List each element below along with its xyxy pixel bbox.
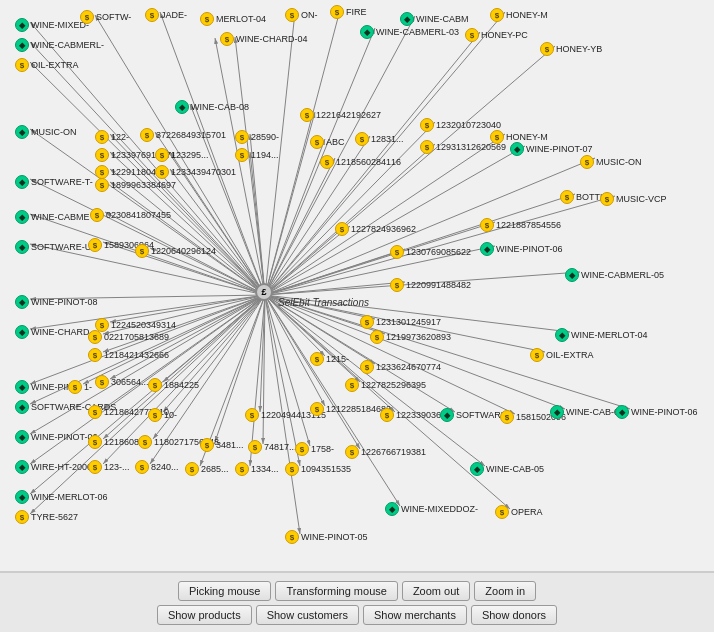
graph-node-n51[interactable]: $1231301245917 <box>360 315 441 329</box>
graph-node-n12[interactable]: $HONEY-PC <box>465 28 528 42</box>
graph-node-n35[interactable]: $1899963384697 <box>95 178 176 192</box>
graph-node-n30[interactable]: $1218560284116 <box>320 155 401 169</box>
graph-node-n15[interactable]: ◆WINE-CAB-08 <box>175 100 249 114</box>
show-donors-button[interactable]: Show donors <box>471 605 557 625</box>
graph-node-n54[interactable]: $1219973620893 <box>370 330 451 344</box>
graph-node-n41[interactable]: $1221887854556 <box>480 218 561 232</box>
graph-node-n82[interactable]: ◆WIRE-HT-2000 <box>15 460 92 474</box>
graph-node-n69[interactable]: $1212285184682 <box>310 402 391 416</box>
graph-node-n74[interactable]: ◆WINE-PINOT-06 <box>615 405 698 419</box>
graph-node-n17[interactable]: $1232010723040 <box>420 118 501 132</box>
graph-node-n45[interactable]: $1230769085622 <box>390 245 471 259</box>
graph-node-n92[interactable]: $OPERA <box>495 505 543 519</box>
node-icon-n13: $ <box>15 58 29 72</box>
transforming-mouse-button[interactable]: Transforming mouse <box>275 581 397 601</box>
graph-node-n79[interactable]: $74817... <box>248 440 297 454</box>
graph-node-n56[interactable]: $1218421432666 <box>88 348 169 362</box>
graph-node-n61[interactable]: $1- <box>68 380 92 394</box>
graph-node-n21[interactable]: $37226849315701 <box>140 128 226 142</box>
graph-node-n13[interactable]: $OIL-EXTRA <box>15 58 79 72</box>
graph-node-n89[interactable]: ◆WINE-MERLOT-06 <box>15 490 108 504</box>
graph-node-n64[interactable]: $1227825296395 <box>345 378 426 392</box>
graph-node-n42[interactable]: ◆SOFTWARE-U- <box>15 240 94 254</box>
graph-node-n91[interactable]: ◆WINE-MIXEDDOZ- <box>385 502 478 516</box>
graph-node-n75[interactable]: ◆WINE-PINOT-06 <box>15 430 98 444</box>
graph-node-n8[interactable]: $HONEY-M <box>490 8 548 22</box>
graph-node-n7[interactable]: ◆WINE-CABM <box>400 12 469 26</box>
graph-node-n32[interactable]: $1233439470301 <box>155 165 236 179</box>
node-label-n59: OIL-EXTRA <box>546 350 594 360</box>
graph-node-n63[interactable]: $1884225 <box>148 378 199 392</box>
graph-node-n20[interactable]: $122- <box>95 130 129 144</box>
graph-node-n87[interactable]: $1094351535 <box>285 462 351 476</box>
graph-node-n6[interactable]: $FIRE <box>330 5 367 19</box>
graph-node-n11[interactable]: ◆WINE-CABMERL-03 <box>360 25 459 39</box>
node-icon-n88: ◆ <box>470 462 484 476</box>
graph-node-n25[interactable]: $12931312620569 <box>420 140 506 154</box>
graph-node-n57[interactable]: $1215- <box>310 352 349 366</box>
graph-node-n81[interactable]: $1226766719381 <box>345 445 426 459</box>
node-icon-n30: $ <box>320 155 334 169</box>
node-label-n8: HONEY-M <box>506 10 548 20</box>
graph-node-n40[interactable]: $1227824936962 <box>335 222 416 236</box>
graph-node-n34[interactable]: ◆SOFTWARE-T- <box>15 175 93 189</box>
node-icon-n73: ◆ <box>550 405 564 419</box>
show-products-button[interactable]: Show products <box>157 605 252 625</box>
graph-node-n33[interactable]: $MUSIC-ON <box>580 155 642 169</box>
graph-node-n37[interactable]: $MUSIC-VCP <box>600 192 667 206</box>
graph-node-n23[interactable]: $ABC <box>310 135 345 149</box>
graph-node-n93[interactable]: $WINE-PINOT-05 <box>285 530 368 544</box>
graph-node-n9[interactable]: ◆WINE-CABMERL- <box>15 38 104 52</box>
graph-node-n62[interactable]: $306564... <box>95 375 149 389</box>
zoom-in-button[interactable]: Zoom in <box>474 581 536 601</box>
graph-node-n84[interactable]: $8240... <box>135 460 179 474</box>
node-label-n28: 123295... <box>171 150 209 160</box>
graph-node-n73[interactable]: ◆WINE-CAB-08 <box>550 405 624 419</box>
node-icon-n49: ◆ <box>15 295 29 309</box>
graph-node-n86[interactable]: $1334... <box>235 462 279 476</box>
show-merchants-button[interactable]: Show merchants <box>363 605 467 625</box>
graph-node-n70[interactable]: $1223390365 <box>380 408 446 422</box>
graph-node-n88[interactable]: ◆WINE-CAB-05 <box>470 462 544 476</box>
graph-node-n55[interactable]: ◆WINE-MERLOT-04 <box>555 328 648 342</box>
graph-node-n14[interactable]: $HONEY-YB <box>540 42 602 56</box>
picking-mouse-button[interactable]: Picking mouse <box>178 581 272 601</box>
graph-node-n31[interactable]: $122911804 <box>95 165 156 179</box>
show-customers-button[interactable]: Show customers <box>256 605 359 625</box>
graph-node-n26[interactable]: ◆WINE-PINOT-07 <box>510 142 593 156</box>
graph-node-n67[interactable]: $10- <box>148 408 177 422</box>
graph-node-n80[interactable]: $1758- <box>295 442 334 456</box>
graph-node-n3[interactable]: $JADE- <box>145 8 187 22</box>
graph-node-n10[interactable]: $WINE-CHARD-04 <box>220 32 308 46</box>
node-icon-n7: ◆ <box>400 12 414 26</box>
graph-node-n5[interactable]: $ON- <box>285 8 318 22</box>
graph-node-n48[interactable]: ◆WINE-CABMERL-05 <box>565 268 664 282</box>
graph-node-n4[interactable]: $MERLOT-04 <box>200 12 266 26</box>
graph-node-n44[interactable]: $1220640296124 <box>135 244 216 258</box>
graph-node-n46[interactable]: ◆WINE-PINOT-06 <box>480 242 563 256</box>
node-label-n51: 1231301245917 <box>376 317 441 327</box>
graph-node-n53[interactable]: $0221705813689 <box>88 330 169 344</box>
graph-node-n52[interactable]: ◆WINE-CHARD- <box>15 325 93 339</box>
graph-node-n85[interactable]: $2685... <box>185 462 229 476</box>
graph-node-n2[interactable]: $SOFTW- <box>80 10 131 24</box>
graph-node-n83[interactable]: $123-... <box>88 460 130 474</box>
graph-node-n78[interactable]: $3481... <box>200 438 244 452</box>
graph-node-n39[interactable]: $0230841807455 <box>90 208 171 222</box>
node-icon-n8: $ <box>490 8 504 22</box>
graph-node-n59[interactable]: $OIL-EXTRA <box>530 348 594 362</box>
graph-node-n47[interactable]: $1220991488482 <box>390 278 471 292</box>
graph-node-n49[interactable]: ◆WINE-PINOT-08 <box>15 295 98 309</box>
graph-node-n38[interactable]: ◆WINE-CABME <box>15 210 90 224</box>
graph-node-n58[interactable]: $1233624670774 <box>360 360 441 374</box>
graph-node-n16[interactable]: $1221642192627 <box>300 108 381 122</box>
graph-node-n22[interactable]: $28590- <box>235 130 279 144</box>
graph-node-n29[interactable]: $1194... <box>235 148 279 162</box>
graph-node-n28[interactable]: $123295... <box>155 148 209 162</box>
graph-node-n24[interactable]: $12831... <box>355 132 404 146</box>
graph-node-n1[interactable]: ◆WINE-MIXED- <box>15 18 89 32</box>
graph-node-n90[interactable]: $TYRE-5627 <box>15 510 78 524</box>
zoom-out-button[interactable]: Zoom out <box>402 581 470 601</box>
node-icon-n52: ◆ <box>15 325 29 339</box>
graph-node-n19[interactable]: ◆MUSIC-ON <box>15 125 77 139</box>
